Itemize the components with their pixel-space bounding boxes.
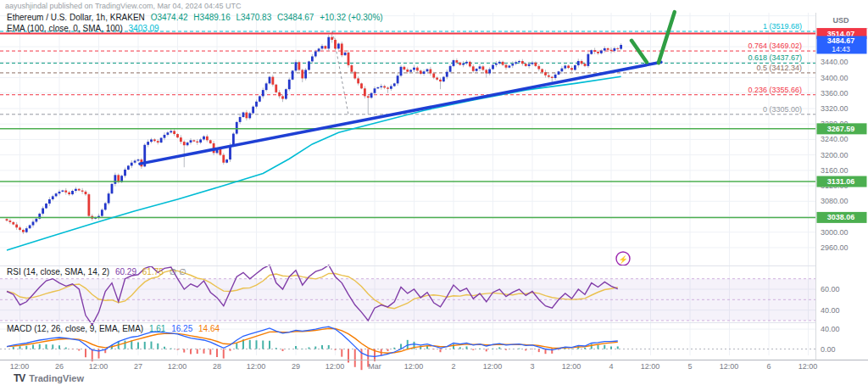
axis-label: 3038.06: [827, 213, 855, 221]
candle-body: [423, 71, 426, 74]
candle-body: [75, 189, 77, 191]
candle-body: [131, 163, 133, 166]
candle-body: [397, 75, 399, 83]
candle-body: [485, 70, 487, 73]
candle-body: [275, 85, 277, 92]
symbol-title: Ethereum / U.S. Dollar, 1h, KRAKEN: [7, 13, 145, 22]
candle-body: [239, 117, 242, 122]
candle-body: [528, 64, 531, 66]
macd-hist-value: 1.61: [149, 324, 165, 333]
candle-body: [304, 70, 307, 78]
candle-body: [186, 142, 189, 145]
candle-body: [269, 77, 271, 84]
candle-body: [318, 48, 320, 51]
candle-body: [22, 230, 25, 232]
candle-body: [560, 69, 563, 72]
axis-label: 3131.06: [827, 177, 855, 186]
candle-body: [341, 43, 343, 55]
axis-label: 12:00: [10, 362, 30, 371]
arrow-drawing: [632, 12, 675, 63]
axis-label: 3400.00: [821, 74, 849, 82]
candle-body: [61, 191, 64, 192]
axis-label: 12:00: [168, 362, 187, 371]
candle-body: [436, 78, 438, 80]
candle-body: [353, 72, 356, 79]
candle-body: [534, 63, 537, 66]
candle-body: [515, 62, 517, 64]
candle-body: [331, 37, 333, 40]
candle-body: [203, 137, 205, 140]
candle-body: [68, 193, 70, 194]
candle-body: [413, 68, 415, 70]
candle-body: [166, 132, 169, 135]
ema-legend: EMA (100, close, 0, SMA, 100) 3403.09: [7, 24, 159, 33]
ohlc-high: H3489.16: [193, 13, 230, 22]
candle-body: [604, 48, 606, 51]
candle-body: [301, 70, 303, 78]
candle-body: [577, 61, 580, 65]
candle-body: [613, 48, 615, 51]
candles: [6, 31, 622, 234]
candle-body: [101, 209, 103, 215]
axis-label: ⚡: [618, 254, 628, 265]
price-change: +10.32 (+0.30%): [320, 13, 383, 22]
candle-body: [104, 204, 107, 210]
candle-body: [498, 62, 501, 64]
axis-label: 0.5 (3412.34): [756, 64, 802, 72]
candle-body: [511, 64, 514, 65]
candle-body: [446, 72, 448, 77]
candle-body: [432, 74, 435, 78]
axis-label: 0.764 (3469.02): [748, 42, 802, 50]
candle-body: [439, 80, 442, 81]
candle-body: [199, 139, 202, 142]
candle-body: [190, 140, 192, 142]
axis-label: 14:43: [832, 45, 850, 53]
candle-body: [597, 52, 599, 53]
candle-body: [32, 221, 35, 225]
candle-body: [616, 48, 619, 49]
axis-label: Mar: [368, 362, 381, 371]
axis-label: 3320.00: [821, 104, 849, 113]
axis-label: 12:00: [641, 362, 660, 371]
axis-label: 26: [55, 362, 64, 371]
axis-label: 40.00: [821, 325, 840, 333]
rsi-value: 60.29: [115, 267, 136, 276]
candle-body: [108, 193, 110, 203]
currency-label: USD: [832, 16, 849, 25]
ohlc-open: O3474.42: [151, 13, 188, 22]
candle-body: [537, 66, 540, 70]
axis-label: 3267.59: [827, 125, 855, 133]
candle-body: [570, 68, 573, 70]
symbol-legend: Ethereum / U.S. Dollar, 1h, KRAKEN O3474…: [7, 13, 383, 22]
candle-body: [12, 222, 14, 225]
candle-body: [271, 77, 274, 85]
candle-body: [383, 87, 386, 88]
price-scale[interactable]: USD3440.003400.003360.003320.003280.0032…: [817, 16, 867, 354]
candle-body: [245, 113, 248, 119]
candle-body: [157, 141, 159, 142]
candle-body: [406, 70, 409, 72]
macd-line-value: 16.25: [171, 324, 192, 333]
candle-body: [262, 90, 264, 96]
axis-label: 5: [687, 362, 692, 371]
axis-label: 0.618 (3437.67): [748, 53, 802, 62]
candle-body: [481, 66, 484, 70]
time-scale[interactable]: 12:002612:002712:002812:002912:00Mar12:0…: [10, 362, 818, 371]
candle-body: [403, 67, 405, 70]
candle-body: [219, 149, 221, 155]
candle-body: [364, 88, 366, 96]
candle-body: [567, 65, 570, 68]
candle-body: [85, 192, 87, 194]
rsi-empty-icon: ∅: [170, 267, 177, 276]
footer-brand: TV TradingView: [14, 372, 84, 384]
candle-body: [367, 96, 370, 98]
candle-body: [334, 40, 337, 48]
ohlc-close: C3484.67: [277, 13, 314, 22]
axis-label: 12:00: [798, 362, 818, 371]
candle-body: [348, 53, 350, 65]
candle-body: [620, 45, 622, 49]
candle-body: [453, 60, 455, 66]
candle-body: [541, 70, 543, 73]
rsi-ma-value: 61.75: [142, 267, 164, 276]
candle-body: [292, 70, 294, 79]
